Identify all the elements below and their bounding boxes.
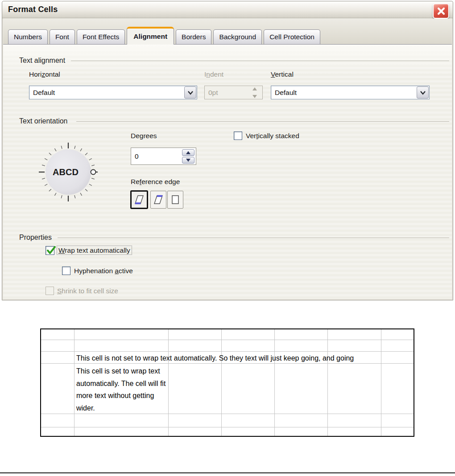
sheet-cell[interactable] (41, 427, 74, 436)
horizontal-value: Default (29, 89, 184, 97)
indent-spinner: 0pt (204, 86, 263, 99)
vertical-dropdown-button[interactable] (417, 86, 429, 98)
shrink-to-fit-checkbox (46, 287, 54, 295)
checkmark-icon (46, 246, 56, 255)
sheet-cell[interactable] (275, 364, 328, 414)
wrap-text-label: Wrap text automatically (57, 246, 132, 254)
sheet-cell[interactable] (74, 414, 169, 427)
sheet-cell[interactable] (381, 329, 414, 340)
sheet-cell[interactable] (222, 427, 275, 436)
sheet-cell[interactable] (222, 340, 275, 352)
dial-handle[interactable] (91, 170, 96, 175)
hyphenation-checkbox[interactable] (62, 267, 70, 275)
format-cells-dialog: Format Cells NumbersFontFont EffectsAlig… (2, 1, 453, 300)
tabs: NumbersFontFont EffectsAlignmentBordersB… (8, 27, 320, 44)
sheet-cell[interactable] (381, 340, 414, 352)
close-icon (437, 7, 446, 16)
text-alignment-line (71, 61, 449, 61)
sheet-cell[interactable] (41, 364, 74, 414)
arrow-up-icon (186, 151, 190, 154)
sheet-cell[interactable] (74, 329, 169, 340)
sheet-cell[interactable] (381, 414, 414, 427)
sheet-cell[interactable] (169, 364, 222, 414)
wrap-text-checkbox[interactable] (46, 246, 54, 255)
degrees-down-button[interactable] (182, 157, 194, 164)
sheet-cell[interactable] (41, 414, 74, 427)
ref-edge-lower-button[interactable] (131, 191, 148, 209)
indent-down-icon (248, 93, 261, 100)
indent-label: Indent (204, 70, 223, 78)
sheet-cell[interactable] (328, 414, 381, 427)
horizontal-label: Horizontal (29, 70, 60, 78)
tab-alignment[interactable]: Alignment (127, 27, 174, 45)
tab-strip: NumbersFontFont EffectsAlignmentBordersB… (3, 19, 452, 44)
sheet-cell[interactable] (41, 352, 74, 364)
extension-inside-cell-icon (170, 194, 181, 205)
sheet-cell[interactable] (275, 340, 328, 352)
tab-font[interactable]: Font (50, 29, 75, 44)
sheet-cell[interactable] (381, 427, 414, 436)
tab-font-effects[interactable]: Font Effects (77, 29, 125, 44)
indent-spin-buttons (248, 86, 261, 100)
tab-numbers[interactable]: Numbers (8, 29, 48, 44)
page-bottom-rule (0, 472, 455, 473)
vertical-label: Vertical (271, 70, 294, 78)
properties-line (58, 238, 449, 238)
vertically-stacked-label: Vertically stacked (246, 132, 299, 140)
text-orientation-line (76, 121, 449, 122)
wrap-cell-text[interactable]: This cell is set to wrap text automatica… (76, 365, 166, 414)
sheet-cell[interactable] (169, 414, 222, 427)
dialog-title: Format Cells (8, 5, 58, 14)
sheet-cell[interactable] (275, 414, 328, 427)
sheet-cell[interactable] (328, 364, 381, 414)
spreadsheet-example: This cell is not set to wrap text automa… (40, 328, 414, 437)
extension-from-upper-border-icon (153, 194, 164, 205)
close-button[interactable] (433, 3, 449, 19)
extension-from-lower-border-icon (134, 194, 145, 205)
sheet-cell[interactable] (328, 329, 381, 340)
degrees-spinner[interactable]: 0 (131, 148, 196, 165)
sheet-cell[interactable] (41, 329, 74, 340)
sheet-cell[interactable] (41, 340, 74, 352)
hyphenation-label: Hyphenation active (74, 267, 133, 275)
vertically-stacked-checkbox[interactable] (234, 131, 242, 140)
sheet-cell[interactable] (169, 340, 222, 352)
dialog-titlebar[interactable]: Format Cells (2, 1, 453, 18)
sheet-cell[interactable] (74, 340, 169, 352)
sheet-cell[interactable] (169, 329, 222, 340)
reference-edge-label: Reference edge (131, 178, 180, 186)
sheet-cell[interactable] (275, 329, 328, 340)
arrow-down-icon (186, 159, 190, 162)
horizontal-select[interactable]: Default (29, 86, 197, 99)
sheet-cell[interactable] (169, 427, 222, 436)
tab-cell-protection[interactable]: Cell Protection (264, 29, 320, 44)
sheet-cell[interactable] (381, 364, 414, 414)
ref-edge-inside-button[interactable] (167, 191, 183, 209)
text-orientation-caption: Text orientation (19, 117, 68, 125)
sheet-cell[interactable] (74, 427, 169, 436)
tab-background[interactable]: Background (213, 29, 262, 44)
tab-borders[interactable]: Borders (176, 29, 211, 44)
ref-edge-upper-button[interactable] (150, 191, 166, 209)
sheet-cell[interactable] (222, 414, 275, 427)
sheet-cell[interactable] (222, 329, 275, 340)
vertical-select[interactable]: Default (271, 86, 430, 99)
sheet-cell[interactable] (275, 427, 328, 436)
indent-value: 0pt (205, 89, 248, 97)
degrees-label: Degrees (131, 132, 157, 140)
nowrap-cell-text[interactable]: This cell is not set to wrap text automa… (76, 353, 414, 365)
text-alignment-caption: Text alignment (19, 57, 65, 65)
sheet-cell[interactable] (328, 340, 381, 352)
shrink-to-fit-label: Shrink to fit cell size (57, 287, 118, 295)
chevron-down-icon (187, 90, 194, 95)
degrees-spin-buttons (182, 149, 194, 164)
sheet-cell[interactable] (328, 427, 381, 436)
sheet-cell[interactable] (222, 364, 275, 414)
rotation-dial[interactable]: ABCD (38, 142, 99, 202)
degrees-value: 0 (131, 152, 182, 160)
page: Format Cells NumbersFontFont EffectsAlig… (0, 0, 455, 476)
properties-caption: Properties (19, 234, 52, 242)
dial-sample-text: ABCD (53, 167, 79, 177)
horizontal-dropdown-button[interactable] (184, 86, 196, 98)
degrees-up-button[interactable] (182, 149, 194, 156)
